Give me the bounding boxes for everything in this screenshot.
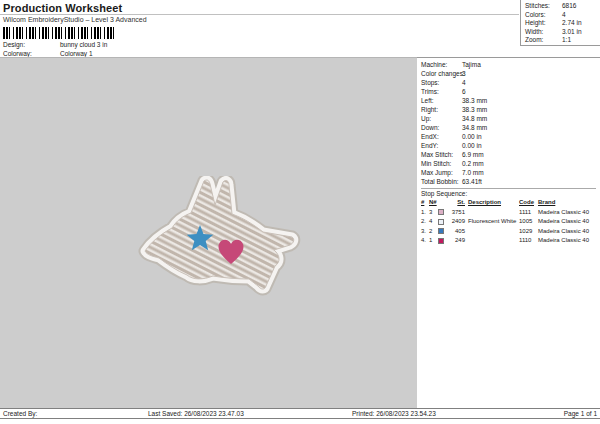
production-worksheet-page: Production Worksheet Wilcom EmbroiderySt… [0, 0, 600, 424]
machine-info-value: 63.41ft [462, 178, 482, 185]
thread-brand: Madeira Classic 40 [538, 227, 600, 237]
machine-info-label: Right: [421, 105, 462, 114]
machine-info-label: Max Jump: [421, 168, 462, 177]
summary-label: Width: [525, 28, 562, 37]
thread-catalog-code: 1005 [517, 217, 538, 227]
bunny-body-fill [145, 180, 294, 289]
machine-info-label: Down: [421, 123, 462, 132]
summary-value: 4 [562, 11, 566, 18]
thread-catalog-code: 1111 [517, 208, 538, 218]
machine-info-row: Left:38.3 mm [421, 96, 600, 105]
col-stitches: St. [448, 198, 465, 208]
thread-color-swatch [438, 238, 444, 244]
machine-info-label: Up: [421, 114, 462, 123]
machine-info-row: Trims:6 [421, 87, 600, 96]
stop-sequence-row: 1. 3 3751 1111 Madeira Classic 40 [421, 208, 600, 218]
summary-label: Height: [525, 19, 562, 28]
design-value: bunny cloud 3 in [60, 41, 107, 48]
machine-info-row: Right:38.3 mm [421, 105, 600, 114]
colorway-label: Colorway: [3, 50, 60, 57]
colorway-row: Colorway:Colorway 1 [3, 50, 93, 57]
machine-info-value: 38.3 mm [462, 106, 487, 113]
needle-num: 2 [429, 227, 438, 237]
machine-info-row: Down:34.8 mm [421, 123, 600, 132]
stop-sequence-title: Stop Sequence: [421, 189, 600, 198]
summary-row: Width:3.01 in [525, 28, 600, 37]
page-number: Page 1 of 1 [564, 409, 597, 419]
machine-info-label: Color changes: [421, 69, 462, 78]
machine-info-label: Machine: [421, 60, 462, 69]
machine-info-row: Max Jump:7.0 mm [421, 168, 600, 177]
summary-label: Colors: [525, 11, 562, 20]
needle-num: 4 [429, 217, 438, 227]
machine-info-row: Stops:4 [421, 78, 600, 87]
machine-info-row: Machine:Tajima [421, 60, 600, 69]
summary-row: Stitches:6816 [525, 2, 600, 11]
stop-sequence-row: 4. 1 249 1110 Madeira Classic 40 [421, 236, 600, 246]
machine-info-row: EndY:0.00 in [421, 141, 600, 150]
design-barcode [3, 27, 117, 39]
summary-row: Zoom:1:1 [525, 36, 600, 45]
thread-color-swatch [438, 219, 444, 225]
machine-info-value: Tajima [462, 61, 481, 68]
summary-value: 1:1 [562, 36, 571, 43]
machine-info-value: 0.2 mm [462, 160, 484, 167]
machine-info-value: 6.9 mm [462, 151, 484, 158]
design-canvas [0, 57, 417, 408]
machine-info-label: EndY: [421, 141, 462, 150]
thread-brand: Madeira Classic 40 [538, 217, 600, 227]
thread-description: Fluorescent White [465, 217, 517, 227]
stop-num: 4. [421, 236, 429, 246]
summary-row: Height:2.74 in [525, 19, 600, 28]
machine-info-label: Left: [421, 96, 462, 105]
machine-info-label: EndX: [421, 132, 462, 141]
col-description: Description [465, 198, 517, 208]
page-footer: Created By: Last Saved: 26/08/2023 23.47… [0, 408, 600, 419]
thread-color-swatch [438, 209, 444, 215]
stop-sequence-row: 2. 4 2409 Fluorescent White 1005 Madeira… [421, 217, 600, 227]
machine-info-list: Machine:Tajima Color changes:3 Stops:4 T… [421, 60, 600, 186]
col-needle: N# [429, 198, 438, 208]
created-by-label: Created By: [3, 409, 37, 419]
machine-info-value: 34.8 mm [462, 115, 487, 122]
summary-label: Zoom: [525, 36, 562, 45]
machine-info-row: EndX:0.00 in [421, 132, 600, 141]
col-brand: Brand [538, 198, 600, 208]
title-divider [0, 14, 519, 15]
thread-brand: Madeira Classic 40 [538, 208, 600, 218]
machine-info-value: 0.00 in [462, 133, 482, 140]
machine-info-label: Total Bobbin: [421, 177, 462, 186]
design-name-row: Design:bunny cloud 3 in [3, 41, 107, 48]
machine-info-label: Min Stitch: [421, 159, 462, 168]
machine-info-row: Color changes:3 [421, 69, 600, 78]
machine-info-value: 4 [462, 79, 466, 86]
summary-value: 2.74 in [562, 19, 582, 26]
machine-info-value: 34.8 mm [462, 124, 487, 131]
last-saved-label: Last Saved: 26/08/2023 23.47.03 [148, 409, 244, 419]
summary-label: Stitches: [525, 2, 562, 11]
needle-num: 3 [429, 208, 438, 218]
machine-info-label: Trims: [421, 87, 462, 96]
app-subtitle: Wilcom EmbroideryStudio – Level 3 Advanc… [3, 16, 147, 23]
design-summary-box: Stitches:6816 Colors:4 Height:2.74 in Wi… [520, 0, 600, 46]
summary-value: 3.01 in [562, 28, 582, 35]
needle-num: 1 [429, 236, 438, 246]
machine-info-label: Stops: [421, 78, 462, 87]
stop-sequence-row: 3. 2 405 1029 Madeira Classic 40 [421, 227, 600, 237]
machine-info-value: 7.0 mm [462, 169, 484, 176]
page-title: Production Worksheet [3, 2, 122, 14]
thread-catalog-code: 1110 [517, 236, 538, 246]
thread-catalog-code: 1029 [517, 227, 538, 237]
stop-sequence-table: 1. 3 3751 1111 Madeira Classic 40 2. 4 2… [421, 208, 600, 246]
machine-info-value: 3 [462, 70, 466, 77]
summary-value: 6816 [562, 2, 576, 9]
printed-label: Printed: 26/08/2023 23.54.23 [352, 409, 436, 419]
thread-code: 405 [448, 227, 465, 237]
thread-code: 2409 [448, 217, 465, 227]
thread-brand: Madeira Classic 40 [538, 236, 600, 246]
summary-row: Colors:4 [525, 11, 600, 20]
stop-num: 2. [421, 217, 429, 227]
thread-code: 249 [448, 236, 465, 246]
machine-info-value: 0.00 in [462, 142, 482, 149]
thread-code: 3751 [448, 208, 465, 218]
